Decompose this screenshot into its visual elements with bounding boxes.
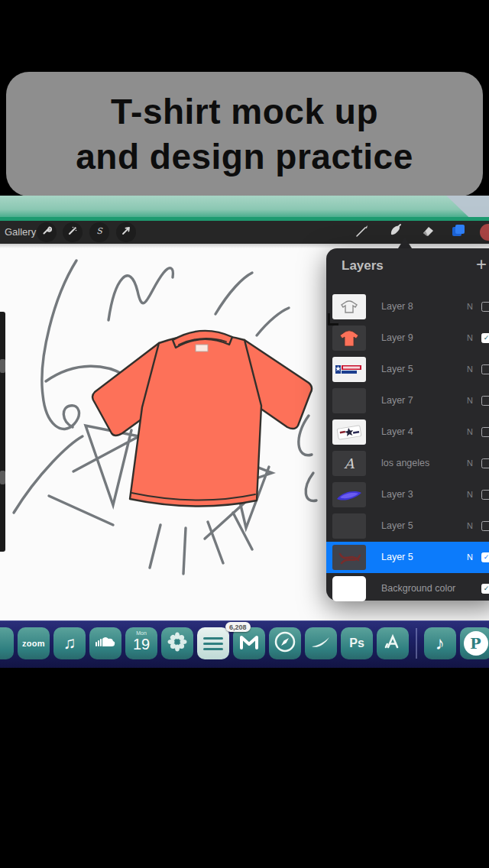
- layer-row[interactable]: A los angeles N: [326, 448, 489, 479]
- add-layer-button[interactable]: +: [476, 254, 487, 275]
- layer-thumbnail[interactable]: [332, 545, 366, 570]
- app-store-icon[interactable]: [377, 627, 409, 659]
- layer-row[interactable]: Layer 4 N: [326, 416, 489, 448]
- title-line-1: T-shirt mock up: [111, 89, 378, 134]
- layer-blend-mode[interactable]: N: [467, 364, 473, 374]
- adjustments-button[interactable]: [63, 222, 83, 242]
- gmail-unread-badge: 6,208: [225, 622, 251, 632]
- layer-blend-mode[interactable]: N: [467, 552, 473, 562]
- paint-stroke-icon: [309, 634, 332, 653]
- tiktok-app-icon[interactable]: ♪: [424, 627, 456, 659]
- svg-text:S: S: [96, 226, 103, 236]
- layer-visibility-checkbox[interactable]: [481, 458, 489, 468]
- layers-icon: [450, 222, 467, 242]
- layer-name: los angeles: [381, 458, 429, 468]
- zoom-label: zoom: [22, 639, 45, 648]
- layer-visibility-checkbox[interactable]: [481, 427, 489, 437]
- layers-button[interactable]: [449, 223, 468, 241]
- layer-thumbnail[interactable]: [332, 388, 366, 413]
- layers-panel-title: Layers: [342, 258, 384, 274]
- brush-size-slider-handle[interactable]: [0, 359, 5, 373]
- pinterest-p-icon: P: [464, 631, 488, 656]
- magic-wand-icon: [67, 225, 78, 239]
- wrench-icon: [41, 225, 52, 239]
- layer-visibility-checkbox[interactable]: [481, 490, 489, 500]
- layer-visibility-checkbox[interactable]: [481, 521, 489, 531]
- layer-row[interactable]: Layer 7 N: [326, 385, 489, 416]
- layer-blend-mode[interactable]: N: [467, 427, 473, 436]
- sidebar-slider-strip[interactable]: [0, 312, 5, 552]
- procreate-toolbar: Gallery S: [0, 221, 489, 244]
- layers-panel: Layers + Layer 8 N Layer 9 N ✓: [326, 248, 489, 601]
- layer-row[interactable]: Layer 8 N: [326, 291, 489, 322]
- calendar-day: 19: [125, 636, 157, 653]
- layer-blend-mode[interactable]: N: [467, 521, 473, 530]
- photoshop-app-icon[interactable]: Ps: [341, 627, 373, 659]
- tiktok-note-icon: ♪: [436, 633, 445, 654]
- layer-thumbnail[interactable]: [332, 482, 366, 507]
- layer-thumbnail[interactable]: [332, 294, 366, 319]
- layer-visibility-checkbox[interactable]: [481, 364, 489, 374]
- tshirt-artwork: [83, 317, 321, 528]
- layer-thumbnail[interactable]: [332, 357, 366, 382]
- layer-blend-mode[interactable]: N: [467, 490, 473, 499]
- layer-blend-mode[interactable]: N: [467, 458, 473, 468]
- photos-app-icon[interactable]: [161, 627, 193, 659]
- layer-visibility-checkbox[interactable]: ✓: [481, 584, 489, 594]
- layer-visibility-checkbox[interactable]: [481, 302, 489, 312]
- list-lines-icon: [203, 637, 223, 650]
- screen: T-shirt mock up and design practice Gall…: [0, 0, 489, 868]
- layer-visibility-checkbox[interactable]: ✓: [481, 552, 489, 562]
- layer-thumbnail[interactable]: [332, 419, 366, 445]
- layer-name: Layer 9: [381, 332, 413, 343]
- layer-row[interactable]: Layer 5 N: [326, 354, 489, 385]
- layer-thumbnail[interactable]: [332, 326, 366, 351]
- dock-divider: [416, 628, 417, 659]
- erase-button[interactable]: [419, 223, 437, 241]
- calendar-month: Mon: [125, 630, 157, 636]
- partial-app-icon-left[interactable]: [0, 627, 14, 659]
- zoom-app-icon[interactable]: zoom: [18, 627, 50, 659]
- layer-thumbnail[interactable]: [332, 513, 366, 539]
- ps-label: Ps: [349, 636, 364, 650]
- layer-row[interactable]: Layer 9 N ✓: [326, 322, 489, 354]
- eraser-icon: [420, 223, 436, 241]
- layer-blend-mode[interactable]: N: [467, 396, 473, 405]
- layer-blend-mode[interactable]: N: [467, 302, 473, 311]
- layer-name: Layer 5: [381, 552, 413, 562]
- procreate-app-icon[interactable]: [305, 627, 337, 659]
- teal-banner: [0, 196, 489, 221]
- background-color-thumbnail[interactable]: [332, 576, 366, 601]
- layers-panel-caret: [398, 238, 412, 248]
- layer-visibility-checkbox[interactable]: ✓: [481, 333, 489, 343]
- layer-visibility-checkbox[interactable]: [481, 396, 489, 406]
- layer-row[interactable]: Layer 3 N: [326, 479, 489, 510]
- background-color-row[interactable]: Background color ✓: [326, 573, 489, 601]
- calendar-app-icon[interactable]: Mon 19: [125, 627, 157, 659]
- letterbox-bottom: [0, 668, 489, 868]
- transform-button[interactable]: [116, 222, 136, 242]
- soundcloud-app-icon[interactable]: [89, 627, 121, 659]
- layer-thumbnail[interactable]: A: [332, 451, 366, 476]
- music-app-icon[interactable]: ♫: [53, 627, 86, 659]
- gallery-button[interactable]: Gallery: [5, 226, 36, 238]
- cursor-arrow-icon: [121, 225, 131, 239]
- safari-app-icon[interactable]: [269, 627, 301, 659]
- italic-a-thumbnail-glyph: A: [345, 455, 355, 471]
- layer-row[interactable]: Layer 5 N: [326, 510, 489, 542]
- title-line-2: and design practice: [76, 134, 413, 180]
- layer-row-selected[interactable]: Layer 5 N ✓: [326, 542, 489, 573]
- notes-app-icon[interactable]: [197, 627, 229, 659]
- pinterest-app-icon[interactable]: P: [460, 627, 489, 659]
- color-swatch-button[interactable]: [480, 224, 489, 241]
- brush-icon: [355, 223, 370, 241]
- actions-button[interactable]: [37, 222, 57, 242]
- brush-button[interactable]: [353, 223, 371, 241]
- selection-button[interactable]: S: [89, 222, 109, 242]
- ipad-dock: zoom ♫ Mon 19: [0, 620, 489, 669]
- gmail-app-icon[interactable]: 6,208: [233, 627, 265, 659]
- layer-name: Layer 7: [381, 395, 413, 406]
- background-color-label: Background color: [381, 583, 455, 594]
- brush-opacity-slider-handle[interactable]: [0, 471, 5, 484]
- layer-blend-mode[interactable]: N: [467, 333, 473, 342]
